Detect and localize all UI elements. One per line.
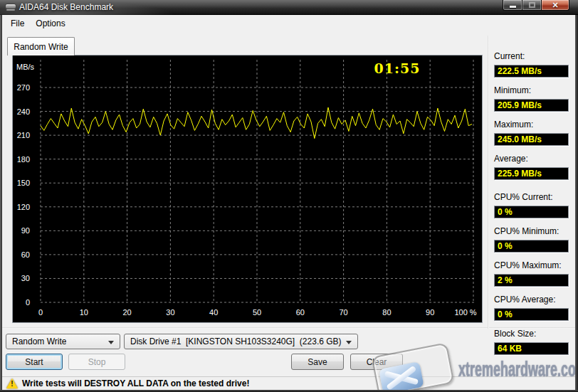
app-disk-icon <box>5 4 16 11</box>
close-icon: ✕ <box>552 1 558 10</box>
svg-text:20: 20 <box>122 308 131 317</box>
svg-text:240: 240 <box>17 107 30 116</box>
save-button[interactable]: Save <box>291 354 344 370</box>
watermark-x-icon <box>379 361 424 392</box>
svg-text:30: 30 <box>21 274 30 282</box>
title-bar: AIDA64 Disk Benchmark <box>0 0 578 15</box>
stat-current: Current: 222.5 MB/s <box>494 51 569 78</box>
stat-label: CPU% Average: <box>494 295 569 305</box>
svg-text:60: 60 <box>296 308 305 317</box>
test-type-value: Random Write <box>12 337 66 346</box>
stat-cpu-minimum: CPU% Minimum: 0 % <box>494 226 569 253</box>
svg-text:80: 80 <box>382 308 391 317</box>
start-button[interactable]: Start <box>6 354 63 370</box>
window-border-left <box>0 15 2 392</box>
svg-text:0: 0 <box>38 308 43 317</box>
menu-bar: File Options <box>2 16 575 31</box>
svg-text:60: 60 <box>21 250 30 259</box>
stat-value: 222.5 MB/s <box>494 65 569 78</box>
window-border-right <box>575 15 578 392</box>
stat-average: Average: 225.9 MB/s <box>494 154 569 180</box>
dropdown-arrow-icon <box>346 341 352 344</box>
disk-icon-base <box>6 9 16 11</box>
stat-label: CPU% Minimum: <box>494 226 569 237</box>
stat-label: Minimum: <box>494 85 569 96</box>
svg-text:30: 30 <box>166 308 174 317</box>
stat-value: 64 KB <box>494 342 569 355</box>
tab-random-write[interactable]: Random Write <box>7 37 75 55</box>
window-title: AIDA64 Disk Benchmark <box>19 2 113 12</box>
menu-options[interactable]: Options <box>30 16 70 31</box>
svg-text:90: 90 <box>426 308 434 317</box>
svg-text:150: 150 <box>17 179 30 187</box>
stat-cpu-average: CPU% Average: 0 % <box>494 295 569 321</box>
stat-block-size: Block Size: 64 KB <box>494 329 569 355</box>
svg-text:100 %: 100 % <box>454 308 476 317</box>
drive-select-value: Disk Drive #1 [KINGSTON SH103S3240G] (22… <box>130 337 342 346</box>
stat-value: 2 % <box>494 274 569 287</box>
stop-button[interactable]: Stop <box>68 354 125 370</box>
stat-value: 245.0 MB/s <box>494 133 569 146</box>
svg-text:10: 10 <box>80 308 88 317</box>
stat-label: Average: <box>494 154 569 164</box>
svg-text:0: 0 <box>26 298 30 307</box>
svg-text:70: 70 <box>339 308 347 317</box>
stat-value: 0 % <box>494 240 569 253</box>
dropdown-arrow-icon <box>108 341 114 344</box>
stat-value: 0 % <box>494 206 569 218</box>
window-controls: ✕ <box>503 0 569 11</box>
stat-minimum: Minimum: 205.9 MB/s <box>494 85 569 112</box>
benchmark-line-chart: 2702402101801501209060300010203040506070… <box>13 55 482 322</box>
svg-text:40: 40 <box>209 308 218 317</box>
stat-maximum: Maximum: 245.0 MB/s <box>494 120 569 146</box>
close-button[interactable]: ✕ <box>542 0 569 11</box>
warning-icon: ! <box>6 378 18 388</box>
stat-label: Block Size: <box>494 329 569 339</box>
stat-value: 225.9 MB/s <box>494 167 569 180</box>
stat-label: Current: <box>494 51 569 62</box>
elapsed-time: 01:55 <box>353 60 441 76</box>
watermark-logo <box>371 342 454 392</box>
menu-file[interactable]: File <box>5 16 30 31</box>
minimize-button[interactable] <box>503 0 522 11</box>
stat-value: 0 % <box>494 308 569 321</box>
vertical-separator <box>488 36 489 329</box>
maximize-button[interactable] <box>522 0 542 11</box>
benchmark-chart: 2702402101801501209060300010203040506070… <box>12 55 483 323</box>
svg-text:MB/s: MB/s <box>16 63 35 71</box>
maximize-icon <box>529 2 535 8</box>
svg-text:90: 90 <box>21 226 30 235</box>
stat-label: Maximum: <box>494 120 569 130</box>
svg-text:210: 210 <box>17 131 30 139</box>
stat-label: CPU% Maximum: <box>494 260 569 271</box>
horizontal-separator <box>2 327 575 329</box>
svg-text:270: 270 <box>17 83 30 92</box>
test-type-select[interactable]: Random Write <box>6 334 120 349</box>
stat-label: CPU% Current: <box>494 192 569 203</box>
stat-cpu-maximum: CPU% Maximum: 2 % <box>494 260 569 287</box>
watermark-text: xtremehardware.com <box>458 357 578 381</box>
minimize-icon <box>510 6 516 8</box>
svg-text:120: 120 <box>17 203 30 211</box>
stat-value: 205.9 MB/s <box>494 99 569 112</box>
svg-text:50: 50 <box>253 308 261 317</box>
status-warning-text: Write tests will DESTROY ALL DATA on the… <box>22 378 249 388</box>
tab-label: Random Write <box>14 42 68 52</box>
svg-text:180: 180 <box>17 155 30 164</box>
stat-cpu-current: CPU% Current: 0 % <box>494 192 569 218</box>
drive-select[interactable]: Disk Drive #1 [KINGSTON SH103S3240G] (22… <box>124 334 358 349</box>
